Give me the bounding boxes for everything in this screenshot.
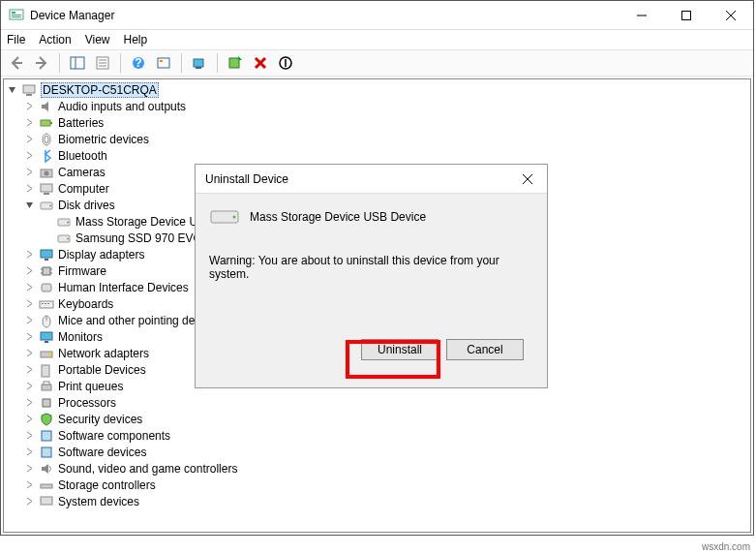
toolbar: ?	[1, 49, 753, 77]
tree-item-label: Network adapters	[58, 347, 149, 360]
show-hide-tree-button[interactable]	[66, 51, 89, 75]
chevron-right-icon[interactable]	[23, 348, 35, 359]
toolbar-separator	[181, 53, 182, 73]
chevron-down-icon[interactable]	[23, 200, 35, 211]
tree-item-label: Human Interface Devices	[58, 281, 189, 294]
svg-rect-46	[40, 301, 53, 308]
device-category-icon	[39, 247, 54, 262]
svg-rect-22	[23, 85, 35, 93]
toolbar-separator	[217, 53, 218, 73]
chevron-right-icon[interactable]	[23, 479, 35, 491]
chevron-down-icon[interactable]	[6, 84, 17, 96]
device-category-icon	[39, 395, 54, 411]
svg-rect-58	[44, 382, 49, 385]
chevron-right-icon[interactable]	[23, 331, 35, 343]
back-button[interactable]	[5, 51, 28, 75]
disable-device-button[interactable]	[274, 51, 297, 75]
chevron-right-icon[interactable]	[23, 430, 35, 442]
toolbar-separator	[120, 53, 121, 73]
svg-point-33	[49, 204, 51, 206]
cancel-button[interactable]: Cancel	[446, 339, 524, 360]
svg-rect-25	[50, 122, 52, 124]
chevron-right-icon[interactable]	[23, 249, 35, 261]
chevron-right-icon[interactable]	[23, 397, 35, 409]
device-category-icon	[39, 379, 54, 394]
tree-item[interactable]: Storage controllers	[4, 477, 750, 493]
maximize-button[interactable]	[664, 1, 709, 29]
chevron-right-icon[interactable]	[23, 364, 35, 376]
uninstall-device-button[interactable]	[249, 51, 272, 75]
tree-root[interactable]: DESKTOP-C51CRQA	[4, 81, 750, 98]
tree-item[interactable]: Batteries	[4, 114, 750, 131]
tree-item[interactable]: Biometric devices	[4, 131, 750, 147]
chevron-right-icon[interactable]	[23, 463, 35, 475]
svg-rect-60	[42, 431, 51, 441]
device-category-icon	[39, 198, 54, 213]
chevron-right-icon[interactable]	[23, 183, 35, 195]
chevron-right-icon[interactable]	[23, 446, 35, 458]
svg-rect-52	[41, 332, 52, 340]
chevron-right-icon[interactable]	[23, 414, 35, 425]
svg-rect-56	[42, 365, 49, 377]
tree-item-label: Software components	[58, 429, 170, 443]
svg-rect-16	[158, 58, 169, 68]
chevron-right-icon[interactable]	[23, 265, 35, 277]
tree-item[interactable]: Software components	[4, 427, 750, 444]
svg-rect-61	[42, 447, 51, 457]
svg-point-29	[45, 170, 49, 175]
svg-rect-2	[12, 15, 21, 15]
window-title: Device Manager	[30, 9, 620, 22]
chevron-right-icon[interactable]	[23, 117, 35, 129]
device-category-icon	[39, 313, 54, 328]
scan-hardware-button[interactable]	[188, 51, 211, 75]
chevron-right-icon[interactable]	[23, 150, 35, 162]
svg-rect-62	[41, 484, 52, 488]
dialog-close-button[interactable]	[508, 165, 547, 193]
close-button[interactable]	[709, 1, 753, 29]
help-button[interactable]: ?	[127, 51, 150, 75]
tree-item-label: System devices	[58, 495, 139, 508]
tree-item-label: Storage controllers	[58, 478, 156, 492]
app-icon	[9, 8, 24, 23]
svg-rect-59	[43, 399, 50, 407]
menu-help[interactable]: Help	[124, 33, 148, 46]
chevron-right-icon[interactable]	[23, 496, 35, 508]
svg-rect-63	[41, 497, 52, 505]
properties-button[interactable]	[91, 51, 114, 75]
svg-rect-40	[43, 267, 50, 275]
device-category-icon	[39, 362, 54, 378]
svg-rect-53	[45, 341, 48, 343]
svg-point-35	[67, 221, 69, 223]
chevron-right-icon[interactable]	[23, 282, 35, 293]
chevron-right-icon[interactable]	[23, 298, 35, 310]
menu-action[interactable]: Action	[39, 33, 71, 46]
tree-item[interactable]: Sound, video and game controllers	[4, 460, 750, 477]
tree-item[interactable]: Bluetooth	[4, 147, 750, 164]
tree-item[interactable]: Audio inputs and outputs	[4, 98, 750, 114]
chevron-right-icon[interactable]	[23, 381, 35, 392]
chevron-right-icon[interactable]	[23, 167, 35, 178]
chevron-right-icon[interactable]	[23, 315, 35, 326]
chevron-right-icon[interactable]	[23, 134, 35, 145]
tree-item[interactable]: Security devices	[4, 411, 750, 427]
svg-rect-19	[196, 67, 201, 69]
svg-rect-38	[41, 250, 52, 258]
device-category-icon	[39, 148, 54, 164]
minimize-button[interactable]	[620, 1, 664, 29]
menu-view[interactable]: View	[85, 33, 110, 46]
svg-rect-20	[229, 58, 239, 68]
tree-item[interactable]: System devices	[4, 493, 750, 509]
dialog-device-name: Mass Storage Device USB Device	[250, 210, 426, 224]
update-driver-button[interactable]	[224, 51, 247, 75]
menu-file[interactable]: File	[7, 33, 25, 46]
svg-rect-48	[45, 303, 46, 304]
uninstall-button[interactable]: Uninstall	[361, 339, 438, 360]
svg-rect-8	[71, 57, 84, 69]
forward-button[interactable]	[30, 51, 53, 75]
chevron-right-icon[interactable]	[23, 101, 35, 112]
svg-point-27	[45, 136, 48, 143]
toolbar-icon[interactable]	[152, 51, 175, 75]
tree-item[interactable]: Processors	[4, 394, 750, 411]
device-category-icon	[39, 412, 54, 427]
tree-item[interactable]: Software devices	[4, 444, 750, 460]
